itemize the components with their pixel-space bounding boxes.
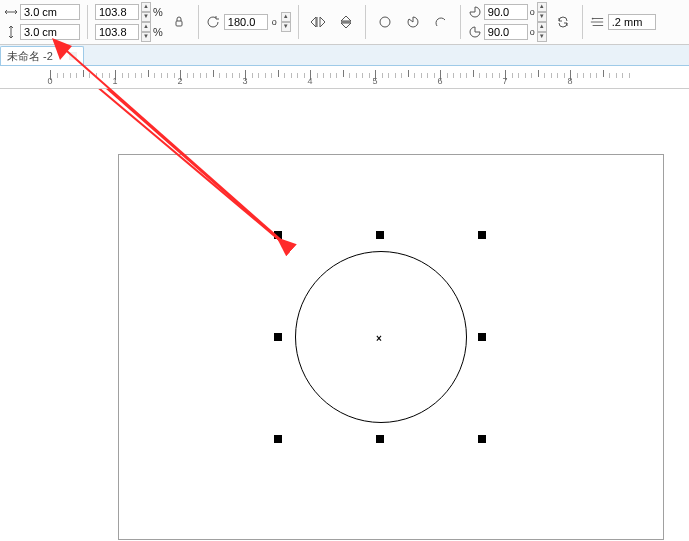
ellipse-button[interactable] <box>373 10 397 34</box>
pie-end-icon <box>468 25 482 39</box>
lock-ratio-button[interactable] <box>167 10 191 34</box>
ruler-number: 0 <box>47 76 52 86</box>
degree-label: o <box>272 17 277 27</box>
horizontal-ruler[interactable]: 012345678 <box>0 66 689 89</box>
percent-label: % <box>153 6 163 18</box>
selection-handle-sw[interactable] <box>274 435 282 443</box>
degree-label: o <box>530 7 535 17</box>
document-tab[interactable]: 未命名 -2 <box>0 46 84 65</box>
width-icon <box>4 5 18 19</box>
rotation-input[interactable] <box>224 14 268 30</box>
scale-y-input[interactable] <box>95 24 139 40</box>
degree-label: o <box>530 27 535 37</box>
mirror-horizontal-button[interactable] <box>306 10 330 34</box>
selection-handle-e[interactable] <box>478 333 486 341</box>
separator <box>365 5 366 39</box>
selection-handle-s[interactable] <box>376 435 384 443</box>
object-center-marker: × <box>376 333 382 344</box>
arc-start-input[interactable] <box>484 4 528 20</box>
pie-button[interactable] <box>401 10 425 34</box>
scale-x-spinner[interactable]: ▲▼ <box>141 2 151 22</box>
object-size-group <box>4 3 80 41</box>
ruler-number: 4 <box>307 76 312 86</box>
height-input[interactable] <box>20 24 80 40</box>
separator <box>198 5 199 39</box>
scale-x-input[interactable] <box>95 4 139 20</box>
swap-arc-button[interactable] <box>551 10 575 34</box>
rotation-spinner[interactable]: ▲▼ <box>281 12 291 32</box>
canvas-workspace[interactable]: × <box>0 89 689 541</box>
selection-handle-w[interactable] <box>274 333 282 341</box>
rotation-icon <box>206 15 220 29</box>
svg-point-2 <box>592 18 594 20</box>
selection-handle-ne[interactable] <box>478 231 486 239</box>
selection-handle-n[interactable] <box>376 231 384 239</box>
outline-width-input[interactable] <box>608 14 656 30</box>
document-tab-bar: 未命名 -2 <box>0 45 689 66</box>
separator <box>582 5 583 39</box>
arc-start-spinner[interactable]: ▲▼ <box>537 2 547 22</box>
scale-y-spinner[interactable]: ▲▼ <box>141 22 151 42</box>
ruler-number: 2 <box>177 76 182 86</box>
pie-start-icon <box>468 5 482 19</box>
ruler-number: 8 <box>567 76 572 86</box>
property-bar: ▲▼ % ▲▼ % o ▲▼ <box>0 0 689 45</box>
separator <box>87 5 88 39</box>
ruler-number: 1 <box>112 76 117 86</box>
arc-end-input[interactable] <box>484 24 528 40</box>
ruler-number: 7 <box>502 76 507 86</box>
mirror-vertical-button[interactable] <box>334 10 358 34</box>
percent-label: % <box>153 26 163 38</box>
arc-button[interactable] <box>429 10 453 34</box>
selection-handle-nw[interactable] <box>274 231 282 239</box>
separator <box>298 5 299 39</box>
ruler-number: 6 <box>437 76 442 86</box>
document-tab-label: 未命名 -2 <box>7 49 53 64</box>
width-input[interactable] <box>20 4 80 20</box>
selection-handle-se[interactable] <box>478 435 486 443</box>
arc-angles-group: o ▲▼ o ▲▼ <box>468 3 547 41</box>
ruler-number: 5 <box>372 76 377 86</box>
svg-rect-0 <box>176 21 182 26</box>
ruler-number: 3 <box>242 76 247 86</box>
scale-group: ▲▼ % ▲▼ % <box>95 3 163 41</box>
separator <box>460 5 461 39</box>
outline-width-icon <box>590 15 604 29</box>
height-icon <box>4 25 18 39</box>
arc-end-spinner[interactable]: ▲▼ <box>537 22 547 42</box>
svg-point-1 <box>380 17 390 27</box>
